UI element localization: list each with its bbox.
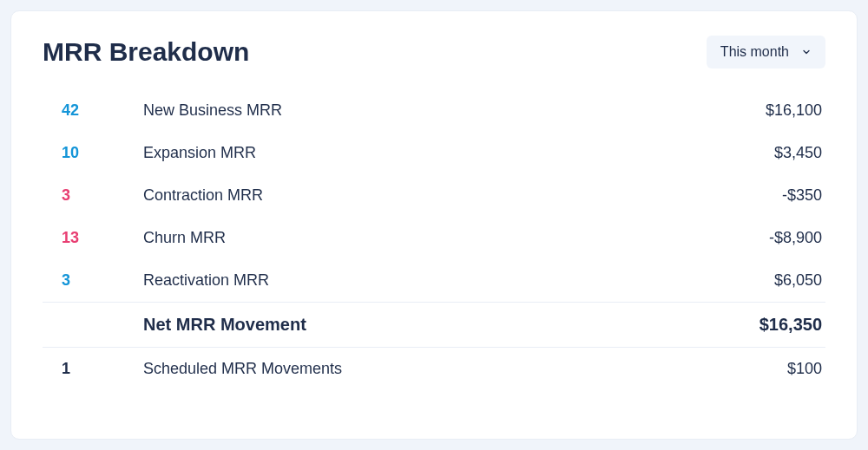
mrr-table: 42 New Business MRR $16,100 10 Expansion… xyxy=(43,89,825,390)
row-label: Reactivation MRR xyxy=(117,271,652,290)
row-count: 42 xyxy=(43,101,117,120)
row-value: $16,350 xyxy=(652,315,825,335)
row-label: Scheduled MRR Movements xyxy=(117,360,652,378)
row-count: 3 xyxy=(43,271,117,290)
row-value: $100 xyxy=(652,360,825,378)
mrr-breakdown-card: MRR Breakdown This month 42 New Business… xyxy=(10,10,858,440)
row-value: $16,100 xyxy=(652,101,825,120)
table-row: 42 New Business MRR $16,100 xyxy=(43,89,825,132)
card-title: MRR Breakdown xyxy=(43,37,249,67)
table-row: 10 Expansion MRR $3,450 xyxy=(43,132,825,174)
row-label: Net MRR Movement xyxy=(117,315,652,335)
table-row: 3 Contraction MRR -$350 xyxy=(43,174,825,217)
row-label: Contraction MRR xyxy=(117,186,652,205)
table-row-total: Net MRR Movement $16,350 xyxy=(43,302,825,348)
chevron-down-icon xyxy=(801,47,812,57)
row-label: Churn MRR xyxy=(117,229,652,247)
row-label: Expansion MRR xyxy=(117,144,652,162)
card-header: MRR Breakdown This month xyxy=(43,36,825,68)
row-count: 3 xyxy=(43,186,117,205)
row-label: New Business MRR xyxy=(117,101,652,120)
row-count: 10 xyxy=(43,144,117,162)
row-value: -$8,900 xyxy=(652,229,825,247)
row-value: $3,450 xyxy=(652,144,825,162)
row-value: -$350 xyxy=(652,186,825,205)
table-row: 13 Churn MRR -$8,900 xyxy=(43,217,825,259)
period-dropdown[interactable]: This month xyxy=(707,36,825,68)
row-count: 13 xyxy=(43,229,117,247)
row-value: $6,050 xyxy=(652,271,825,290)
row-count: 1 xyxy=(43,360,117,378)
table-row: 3 Reactivation MRR $6,050 xyxy=(43,259,825,302)
period-label: This month xyxy=(720,44,789,60)
table-row-footer: 1 Scheduled MRR Movements $100 xyxy=(43,348,825,390)
